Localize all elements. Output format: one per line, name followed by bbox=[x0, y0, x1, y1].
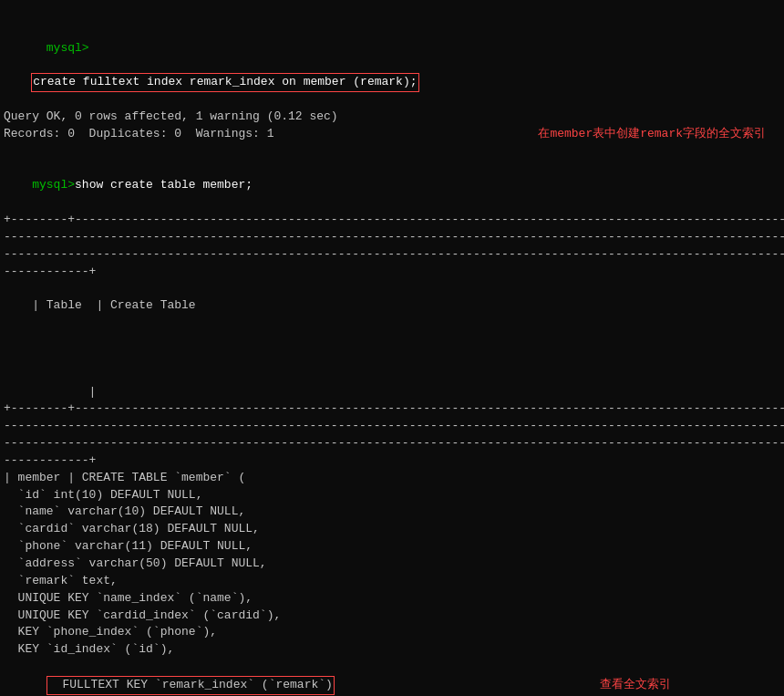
blank-4 bbox=[4, 367, 780, 384]
terminal: mysql> create fulltext index remark_inde… bbox=[0, 0, 784, 696]
data-row-11: KEY `id_index` (`id`), bbox=[4, 641, 780, 659]
data-row-5: `phone` varchar(11) DEFAULT NULL, bbox=[4, 538, 780, 556]
prompt-marker-1: mysql> bbox=[46, 41, 89, 55]
data-row-fulltext: FULLTEXT KEY `remark_index` (`remark`) bbox=[4, 659, 335, 696]
fulltext-row-container: FULLTEXT KEY `remark_index` (`remark`) 查… bbox=[4, 659, 780, 696]
separator-3: ----------------------------------------… bbox=[4, 246, 780, 264]
separator-2: ----------------------------------------… bbox=[4, 229, 780, 246]
data-row-8: UNIQUE KEY `name_index` (`name`), bbox=[4, 590, 780, 608]
data-row-9: UNIQUE KEY `cardid_index` (`cardid`), bbox=[4, 608, 780, 625]
separator-5: +--------+------------------------------… bbox=[4, 400, 780, 418]
blank-1 bbox=[4, 143, 780, 161]
cmd-highlighted-1: create fulltext index remark_index on me… bbox=[32, 74, 418, 91]
annotation-fulltext-view: 查看全文索引 bbox=[600, 677, 671, 694]
separator-6: ----------------------------------------… bbox=[4, 418, 780, 435]
data-row-1: | member | CREATE TABLE `member` ( bbox=[4, 470, 780, 487]
output-annotation-row: Records: 0 Duplicates: 0 Warnings: 1 在me… bbox=[4, 126, 780, 143]
annotation-fulltext-create: 在member表中创建remark字段的全文索引 bbox=[538, 126, 766, 143]
data-row-7: `remark` text, bbox=[4, 573, 780, 590]
table-header-row: | Table | Create Table bbox=[4, 281, 780, 333]
data-row-3: `name` varchar(10) DEFAULT NULL, bbox=[4, 504, 780, 521]
blank-2 bbox=[4, 332, 780, 349]
command-line-2: mysql>show create table member; bbox=[4, 161, 780, 213]
prompt-marker-2: mysql> bbox=[32, 178, 75, 192]
blank-3 bbox=[4, 349, 780, 367]
fulltext-highlighted-text: FULLTEXT KEY `remark_index` (`remark`) bbox=[46, 676, 335, 695]
separator-1: +--------+------------------------------… bbox=[4, 212, 780, 229]
table-header-text: | Table | Create Table bbox=[32, 298, 195, 312]
output-line-2: Records: 0 Duplicates: 0 Warnings: 1 bbox=[4, 126, 273, 143]
data-row-10: KEY `phone_index` (`phone`), bbox=[4, 624, 780, 641]
separator-7: ----------------------------------------… bbox=[4, 435, 780, 452]
separator-4: ------------+ bbox=[4, 264, 780, 281]
data-row-2: `id` int(10) DEFAULT NULL, bbox=[4, 487, 780, 504]
command-text-1 bbox=[46, 58, 54, 72]
data-row-4: `cardid` varchar(18) DEFAULT NULL, bbox=[4, 521, 780, 538]
cursor-line: | bbox=[4, 384, 780, 401]
command-line-1: mysql> create fulltext index remark_inde… bbox=[4, 5, 780, 109]
separator-8: ------------+ bbox=[4, 452, 780, 470]
command-text-2: show create table member; bbox=[75, 178, 253, 192]
output-line-1: Query OK, 0 rows affected, 1 warning (0.… bbox=[4, 109, 780, 126]
data-row-6: `address` varchar(50) DEFAULT NULL, bbox=[4, 556, 780, 573]
